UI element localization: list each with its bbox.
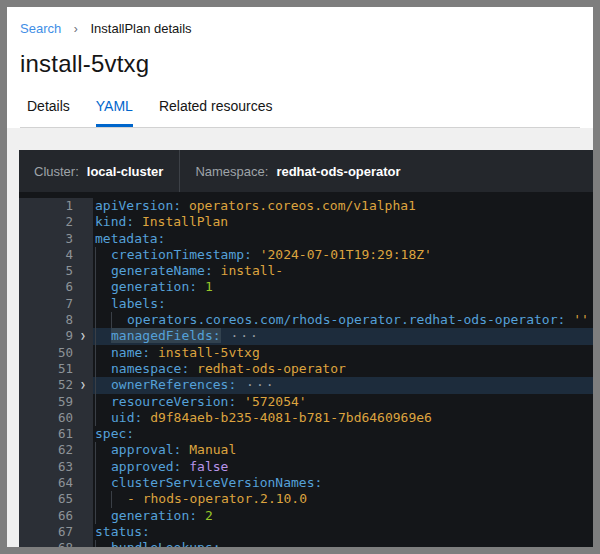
tab-related-resources[interactable]: Related resources [146,92,286,127]
yaml-line-4[interactable]: 4creationTimestamp: '2024-07-01T19:29:18… [19,247,593,263]
token-str: redhat-ods-operator [197,361,346,376]
gutter: 63 [19,459,93,475]
page: Search › InstallPlan details install-5vt… [7,7,593,547]
fold-slot [73,491,93,507]
indent-guide [95,377,111,393]
yaml-line-61[interactable]: 61spec: [19,426,593,442]
token-str: '572054' [244,394,307,409]
tab-yaml[interactable]: YAML [83,92,146,127]
yaml-line-59[interactable]: 59resourceVersion: '572054' [19,394,593,410]
yaml-line-8[interactable]: 8operators.coreos.com/rhods-operator.red… [19,312,593,328]
breadcrumb-link-search[interactable]: Search [20,21,61,36]
gutter: 59 [19,394,93,410]
fold-chevron-icon[interactable]: ❯ [73,377,93,393]
line-number: 50 [19,345,73,361]
yaml-line-2[interactable]: 2kind: InstallPlan [19,214,593,230]
yaml-line-60[interactable]: 60uid: d9f84aeb-b235-4081-b781-7bd646096… [19,410,593,426]
token-str: - rhods-operator.2.10.0 [127,491,307,506]
screenshot-frame: Search › InstallPlan details install-5vt… [0,0,600,554]
token-plain [150,345,158,360]
gutter: 1 [19,198,93,214]
token-num: 1 [205,279,213,294]
yaml-line-66[interactable]: 66generation: 2 [19,508,593,524]
page-title: install-5vtxg [20,50,580,78]
line-content: generation: 2 [93,508,593,524]
yaml-editor[interactable]: Cluster: local-cluster Namespace: redhat… [19,150,593,547]
line-content: metadata: [93,231,593,247]
gutter: 68 [19,540,93,547]
line-number: 7 [19,296,73,312]
gutter: 66 [19,508,93,524]
tab-details[interactable]: Details [20,92,83,127]
gutter: 4 [19,247,93,263]
yaml-line-63[interactable]: 63approved: false [19,459,593,475]
fold-slot [73,508,93,524]
yaml-code[interactable]: 1apiVersion: operators.coreos.com/v1alph… [19,192,593,547]
line-number: 62 [19,442,73,458]
indent-guide [95,491,111,507]
indent-guide [95,279,111,295]
token-key: approval: [111,442,181,457]
line-content: resourceVersion: '572054' [93,394,593,410]
topbar-divider [179,150,180,192]
yaml-line-3[interactable]: 3metadata: [19,231,593,247]
fold-slot [73,361,93,377]
indent-guide [95,328,111,344]
line-number: 63 [19,459,73,475]
cluster-value: local-cluster [87,164,164,179]
fold-slot [73,524,93,540]
yaml-line-51[interactable]: 51namespace: redhat-ods-operator [19,361,593,377]
fold-slot [73,459,93,475]
line-content: creationTimestamp: '2024-07-01T19:29:18Z… [93,247,593,263]
gutter: 61 [19,426,93,442]
token-str: InstallPlan [142,214,228,229]
token-plain [252,247,260,262]
token-key: spec: [95,426,134,441]
gutter: 62 [19,442,93,458]
line-number: 2 [19,214,73,230]
gutter: 67 [19,524,93,540]
gutter: 7 [19,296,93,312]
indent-guide [95,247,111,263]
line-content: labels: [93,296,593,312]
token-plain [213,263,221,278]
tab-content: Cluster: local-cluster Namespace: redhat… [7,128,593,547]
indent-guide [95,508,111,524]
indent-guide [95,263,111,279]
yaml-line-1[interactable]: 1apiVersion: operators.coreos.com/v1alph… [19,198,593,214]
line-content: namespace: redhat-ods-operator [93,361,593,377]
token-key: managedFields: [111,328,221,343]
yaml-line-64[interactable]: 64clusterServiceVersionNames: [19,475,593,491]
line-content: uid: d9f84aeb-b235-4081-b781-7bd6460969e… [93,410,593,426]
token-num: 2 [205,508,213,523]
yaml-line-50[interactable]: 50name: install-5vtxg [19,345,593,361]
yaml-line-52[interactable]: 52❯ownerReferences: ··· [19,377,593,393]
token-str: operators.coreos.com/v1alpha1 [189,198,416,213]
indent-guide [95,442,111,458]
line-content: approved: false [93,459,593,475]
line-number: 61 [19,426,73,442]
indent-guide [95,394,111,410]
fold-slot [73,312,93,328]
line-content: kind: InstallPlan [93,214,593,230]
tab-bar: Details YAML Related resources [20,92,580,128]
yaml-line-9[interactable]: 9❯managedFields: ··· [19,328,593,344]
gutter: 5 [19,263,93,279]
yaml-line-7[interactable]: 7labels: [19,296,593,312]
line-content: operators.coreos.com/rhods-operator.redh… [93,312,593,328]
gutter: 60 [19,410,93,426]
yaml-line-62[interactable]: 62approval: Manual [19,442,593,458]
yaml-line-5[interactable]: 5generateName: install- [19,263,593,279]
token-key: labels: [111,296,166,311]
yaml-line-65[interactable]: 65- rhods-operator.2.10.0 [19,491,593,507]
line-content: ownerReferences: ··· [93,377,593,393]
token-key: generation: [111,508,197,523]
yaml-line-6[interactable]: 6generation: 1 [19,279,593,295]
yaml-line-68[interactable]: 68bundleLookups: [19,540,593,547]
yaml-line-67[interactable]: 67status: [19,524,593,540]
token-plain [565,312,573,327]
token-key: resourceVersion: [111,394,236,409]
fold-chevron-icon[interactable]: ❯ [73,328,93,344]
token-key: metadata: [95,231,165,246]
token-key: status: [95,524,150,539]
